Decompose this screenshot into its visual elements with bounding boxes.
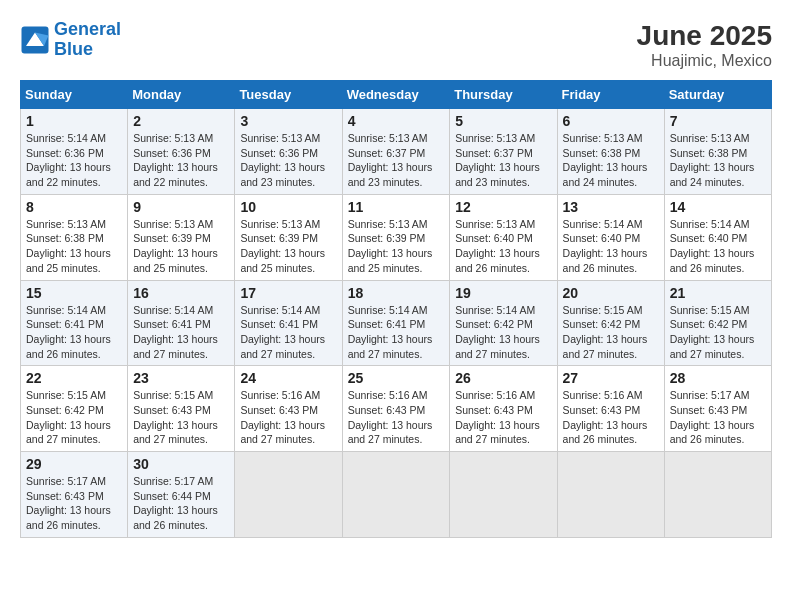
day-number: 26	[455, 370, 551, 386]
day-detail: Sunrise: 5:15 AMSunset: 6:43 PMDaylight:…	[133, 388, 229, 447]
table-row: 25Sunrise: 5:16 AMSunset: 6:43 PMDayligh…	[342, 366, 450, 452]
day-number: 6	[563, 113, 659, 129]
day-detail: Sunrise: 5:13 AMSunset: 6:38 PMDaylight:…	[670, 131, 766, 190]
day-number: 1	[26, 113, 122, 129]
day-detail: Sunrise: 5:15 AMSunset: 6:42 PMDaylight:…	[26, 388, 122, 447]
table-row: 27Sunrise: 5:16 AMSunset: 6:43 PMDayligh…	[557, 366, 664, 452]
day-detail: Sunrise: 5:16 AMSunset: 6:43 PMDaylight:…	[563, 388, 659, 447]
table-row: 6Sunrise: 5:13 AMSunset: 6:38 PMDaylight…	[557, 109, 664, 195]
logo: General Blue	[20, 20, 121, 60]
table-row: 7Sunrise: 5:13 AMSunset: 6:38 PMDaylight…	[664, 109, 771, 195]
table-row: 19Sunrise: 5:14 AMSunset: 6:42 PMDayligh…	[450, 280, 557, 366]
day-number: 14	[670, 199, 766, 215]
day-number: 30	[133, 456, 229, 472]
table-row: 9Sunrise: 5:13 AMSunset: 6:39 PMDaylight…	[128, 194, 235, 280]
page-header: General Blue June 2025 Huajimic, Mexico	[20, 20, 772, 70]
day-number: 25	[348, 370, 445, 386]
table-row: 22Sunrise: 5:15 AMSunset: 6:42 PMDayligh…	[21, 366, 128, 452]
day-detail: Sunrise: 5:14 AMSunset: 6:40 PMDaylight:…	[563, 217, 659, 276]
table-row: 8Sunrise: 5:13 AMSunset: 6:38 PMDaylight…	[21, 194, 128, 280]
logo-text: General Blue	[54, 20, 121, 60]
col-wednesday: Wednesday	[342, 81, 450, 109]
day-number: 12	[455, 199, 551, 215]
calendar-header-row: Sunday Monday Tuesday Wednesday Thursday…	[21, 81, 772, 109]
col-sunday: Sunday	[21, 81, 128, 109]
table-row: 13Sunrise: 5:14 AMSunset: 6:40 PMDayligh…	[557, 194, 664, 280]
calendar-table: Sunday Monday Tuesday Wednesday Thursday…	[20, 80, 772, 538]
day-number: 8	[26, 199, 122, 215]
day-number: 23	[133, 370, 229, 386]
calendar-body: 1Sunrise: 5:14 AMSunset: 6:36 PMDaylight…	[21, 109, 772, 538]
table-row: 10Sunrise: 5:13 AMSunset: 6:39 PMDayligh…	[235, 194, 342, 280]
table-row: 21Sunrise: 5:15 AMSunset: 6:42 PMDayligh…	[664, 280, 771, 366]
day-detail: Sunrise: 5:14 AMSunset: 6:41 PMDaylight:…	[240, 303, 336, 362]
day-detail: Sunrise: 5:16 AMSunset: 6:43 PMDaylight:…	[348, 388, 445, 447]
col-thursday: Thursday	[450, 81, 557, 109]
day-detail: Sunrise: 5:17 AMSunset: 6:44 PMDaylight:…	[133, 474, 229, 533]
day-number: 27	[563, 370, 659, 386]
day-detail: Sunrise: 5:13 AMSunset: 6:37 PMDaylight:…	[455, 131, 551, 190]
day-detail: Sunrise: 5:13 AMSunset: 6:38 PMDaylight:…	[563, 131, 659, 190]
logo-line2: Blue	[54, 39, 93, 59]
table-row: 20Sunrise: 5:15 AMSunset: 6:42 PMDayligh…	[557, 280, 664, 366]
table-row: 1Sunrise: 5:14 AMSunset: 6:36 PMDaylight…	[21, 109, 128, 195]
day-number: 28	[670, 370, 766, 386]
calendar-week-row: 15Sunrise: 5:14 AMSunset: 6:41 PMDayligh…	[21, 280, 772, 366]
table-row: 2Sunrise: 5:13 AMSunset: 6:36 PMDaylight…	[128, 109, 235, 195]
table-row: 5Sunrise: 5:13 AMSunset: 6:37 PMDaylight…	[450, 109, 557, 195]
day-number: 29	[26, 456, 122, 472]
col-monday: Monday	[128, 81, 235, 109]
day-number: 2	[133, 113, 229, 129]
day-detail: Sunrise: 5:13 AMSunset: 6:36 PMDaylight:…	[133, 131, 229, 190]
day-number: 21	[670, 285, 766, 301]
day-detail: Sunrise: 5:13 AMSunset: 6:38 PMDaylight:…	[26, 217, 122, 276]
table-row: 24Sunrise: 5:16 AMSunset: 6:43 PMDayligh…	[235, 366, 342, 452]
day-detail: Sunrise: 5:13 AMSunset: 6:40 PMDaylight:…	[455, 217, 551, 276]
day-detail: Sunrise: 5:14 AMSunset: 6:41 PMDaylight:…	[26, 303, 122, 362]
day-detail: Sunrise: 5:14 AMSunset: 6:41 PMDaylight:…	[133, 303, 229, 362]
table-row: 29Sunrise: 5:17 AMSunset: 6:43 PMDayligh…	[21, 452, 128, 538]
day-number: 3	[240, 113, 336, 129]
day-number: 18	[348, 285, 445, 301]
table-row: 28Sunrise: 5:17 AMSunset: 6:43 PMDayligh…	[664, 366, 771, 452]
table-row: 4Sunrise: 5:13 AMSunset: 6:37 PMDaylight…	[342, 109, 450, 195]
day-detail: Sunrise: 5:14 AMSunset: 6:41 PMDaylight:…	[348, 303, 445, 362]
table-row: 3Sunrise: 5:13 AMSunset: 6:36 PMDaylight…	[235, 109, 342, 195]
day-number: 17	[240, 285, 336, 301]
table-row: 26Sunrise: 5:16 AMSunset: 6:43 PMDayligh…	[450, 366, 557, 452]
day-number: 4	[348, 113, 445, 129]
logo-icon	[20, 25, 50, 55]
day-number: 13	[563, 199, 659, 215]
day-number: 19	[455, 285, 551, 301]
day-detail: Sunrise: 5:16 AMSunset: 6:43 PMDaylight:…	[455, 388, 551, 447]
calendar-week-row: 8Sunrise: 5:13 AMSunset: 6:38 PMDaylight…	[21, 194, 772, 280]
title-block: June 2025 Huajimic, Mexico	[637, 20, 772, 70]
day-number: 22	[26, 370, 122, 386]
day-detail: Sunrise: 5:14 AMSunset: 6:40 PMDaylight:…	[670, 217, 766, 276]
day-number: 16	[133, 285, 229, 301]
day-number: 15	[26, 285, 122, 301]
calendar-week-row: 1Sunrise: 5:14 AMSunset: 6:36 PMDaylight…	[21, 109, 772, 195]
table-row	[664, 452, 771, 538]
table-row: 12Sunrise: 5:13 AMSunset: 6:40 PMDayligh…	[450, 194, 557, 280]
table-row	[342, 452, 450, 538]
col-saturday: Saturday	[664, 81, 771, 109]
day-detail: Sunrise: 5:15 AMSunset: 6:42 PMDaylight:…	[670, 303, 766, 362]
day-detail: Sunrise: 5:14 AMSunset: 6:42 PMDaylight:…	[455, 303, 551, 362]
day-detail: Sunrise: 5:17 AMSunset: 6:43 PMDaylight:…	[670, 388, 766, 447]
day-number: 24	[240, 370, 336, 386]
calendar-week-row: 29Sunrise: 5:17 AMSunset: 6:43 PMDayligh…	[21, 452, 772, 538]
day-detail: Sunrise: 5:17 AMSunset: 6:43 PMDaylight:…	[26, 474, 122, 533]
day-number: 20	[563, 285, 659, 301]
day-number: 10	[240, 199, 336, 215]
table-row: 16Sunrise: 5:14 AMSunset: 6:41 PMDayligh…	[128, 280, 235, 366]
table-row: 23Sunrise: 5:15 AMSunset: 6:43 PMDayligh…	[128, 366, 235, 452]
table-row	[235, 452, 342, 538]
day-detail: Sunrise: 5:16 AMSunset: 6:43 PMDaylight:…	[240, 388, 336, 447]
calendar-title: June 2025	[637, 20, 772, 52]
table-row: 17Sunrise: 5:14 AMSunset: 6:41 PMDayligh…	[235, 280, 342, 366]
day-detail: Sunrise: 5:13 AMSunset: 6:39 PMDaylight:…	[240, 217, 336, 276]
logo-line1: General	[54, 19, 121, 39]
day-number: 9	[133, 199, 229, 215]
day-number: 5	[455, 113, 551, 129]
